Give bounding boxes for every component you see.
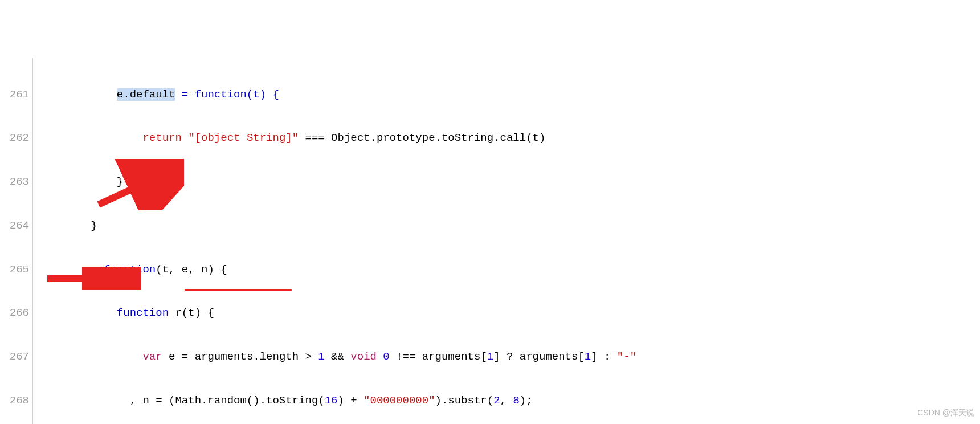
- code-text: }: [39, 176, 123, 188]
- keyword-function: function: [104, 263, 156, 276]
- line-number: 261: [0, 88, 29, 103]
- line-number-gutter: 261 262 263 264 265 266 267 268 269 270 …: [0, 58, 33, 424]
- code-text: = function(t) {: [175, 88, 279, 101]
- code-line[interactable]: }: [39, 175, 980, 190]
- line-number: 262: [0, 131, 29, 146]
- code-text: [39, 132, 142, 144]
- highlight-e-default: e.default: [117, 88, 175, 101]
- code-line[interactable]: , function(t, e, n) {: [39, 263, 980, 278]
- code-text: !== arguments[: [390, 350, 487, 363]
- code-text: ,: [500, 394, 513, 407]
- code-text: );: [520, 394, 533, 407]
- code-text: [39, 350, 142, 363]
- code-editor: 261 262 263 264 265 266 267 268 269 270 …: [0, 58, 980, 424]
- line-number: 263: [0, 175, 29, 190]
- code-line[interactable]: var e = arguments.length > 1 && void 0 !…: [39, 350, 980, 365]
- keyword-void: void: [350, 350, 377, 363]
- line-number: 265: [0, 263, 29, 278]
- number-literal: 8: [513, 394, 519, 407]
- string-literal: "[object String]": [182, 132, 299, 144]
- code-text: [39, 307, 117, 319]
- code-text: r(t) {: [169, 307, 214, 319]
- keyword-function: function: [117, 307, 169, 319]
- line-number: 266: [0, 306, 29, 321]
- code-line[interactable]: return "[object String]" === Object.prot…: [39, 131, 980, 146]
- code-text: [39, 88, 117, 101]
- string-literal: "-": [617, 350, 636, 363]
- code-text: === Object.prototype.toString.call(t): [299, 132, 545, 144]
- code-line[interactable]: function r(t) {: [39, 306, 980, 321]
- line-number: 267: [0, 350, 29, 365]
- keyword-var: var: [142, 350, 162, 363]
- number-literal: 16: [325, 394, 338, 407]
- code-text: , n = (Math.random().toString(: [39, 394, 325, 407]
- line-number: 268: [0, 394, 29, 409]
- code-line[interactable]: , n = (Math.random().toString(16) + "000…: [39, 394, 980, 409]
- code-line[interactable]: }: [39, 219, 980, 234]
- code-text: ,: [39, 263, 104, 276]
- annotation-layer: [33, 58, 980, 424]
- code-text: (t, e, n) {: [156, 263, 227, 276]
- number-literal: 0: [383, 350, 389, 363]
- code-text: [377, 350, 383, 363]
- code-content[interactable]: e.default = function(t) { return "[objec…: [33, 58, 980, 424]
- number-literal: 1: [318, 350, 324, 363]
- code-line[interactable]: e.default = function(t) {: [39, 88, 980, 103]
- keyword-return: return: [142, 132, 181, 144]
- code-text: ] :: [591, 350, 617, 363]
- number-literal: 1: [487, 350, 493, 363]
- number-literal: 2: [493, 394, 500, 407]
- string-literal: "000000000": [364, 394, 435, 407]
- code-text: &&: [325, 350, 351, 363]
- line-number: 264: [0, 219, 29, 234]
- code-text: ) +: [338, 394, 364, 407]
- number-literal: 1: [585, 350, 591, 363]
- underline-annotation: [185, 289, 292, 291]
- code-text: ).substr(: [435, 394, 494, 407]
- code-text: }: [39, 219, 97, 232]
- code-text: ] ? arguments[: [493, 350, 585, 363]
- code-text: e = arguments.length >: [162, 350, 318, 363]
